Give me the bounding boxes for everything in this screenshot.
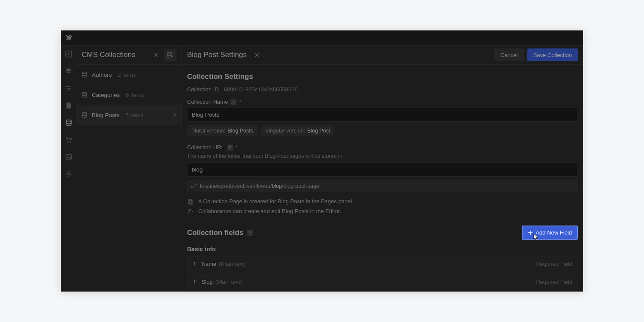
- cms-icon[interactable]: [61, 114, 76, 131]
- url-preview: kristineisprettycool.webflow.io/blog/blo…: [187, 180, 578, 192]
- collection-id-label: Collection ID: [187, 86, 219, 93]
- field-row-name[interactable]: T Name (Plain text) Required Field: [187, 256, 578, 271]
- page-copy-icon: [187, 199, 194, 205]
- add-new-field-button[interactable]: Add New Field: [522, 226, 578, 240]
- collection-item-count: 2 items: [118, 72, 136, 78]
- close-icon[interactable]: [251, 49, 263, 61]
- webflow-logo-icon[interactable]: [61, 30, 76, 45]
- info-collab-line: Collaborators can create and edit Blog P…: [187, 208, 578, 214]
- add-new-field-label: Add New Field: [535, 229, 572, 236]
- basic-info-heading: Basic info: [187, 246, 578, 253]
- collection-item-count: 6 items: [126, 92, 144, 98]
- collection-item-authors[interactable]: Authors 2 items: [76, 65, 181, 85]
- new-collection-icon[interactable]: [164, 49, 176, 61]
- url-preview-prefix: kristineisprettycool.webflow.io/: [200, 183, 272, 189]
- plural-version-label: Plural version:: [191, 128, 225, 134]
- text-type-icon: T: [193, 260, 197, 267]
- plus-icon: [528, 230, 533, 235]
- collection-item-count: 7 items: [126, 112, 144, 118]
- svg-point-7: [167, 52, 172, 54]
- collection-item-label: Authors: [92, 72, 112, 78]
- plural-version-chip: Plural version: Blog Posts: [187, 125, 257, 136]
- topbar: [61, 30, 583, 45]
- field-required-badge: Required Field: [536, 261, 572, 267]
- assets-icon[interactable]: [61, 148, 76, 166]
- collection-item-label: Categories: [92, 92, 120, 98]
- database-icon: [82, 72, 88, 78]
- collection-item-label: Blog Posts: [92, 112, 120, 118]
- collaborator-icon: [187, 208, 194, 214]
- svg-point-11: [189, 209, 190, 211]
- settings-body: Collection Settings Collection ID 609b10…: [182, 65, 583, 292]
- database-icon: [82, 92, 88, 98]
- svg-point-6: [68, 173, 70, 175]
- close-icon[interactable]: [150, 49, 162, 61]
- collection-name-label: Collection Name: [187, 99, 228, 105]
- info-page-line: A Collection Page is created for Blog Po…: [187, 198, 578, 205]
- text-type-icon: T: [193, 278, 197, 285]
- collections-panel-title: CMS Collections: [82, 51, 150, 59]
- svg-rect-4: [66, 155, 72, 159]
- settings-icon[interactable]: [61, 166, 76, 183]
- cancel-button[interactable]: Cancel: [494, 48, 523, 61]
- singular-version-value: Blog Post: [307, 128, 330, 134]
- help-icon[interactable]: ?: [227, 144, 233, 150]
- collections-panel: CMS Collections Authors 2 items: [76, 45, 182, 292]
- required-star: *: [236, 144, 238, 150]
- navigator-icon[interactable]: [61, 63, 76, 80]
- database-icon: [82, 112, 88, 118]
- singular-version-chip: Singular version: Blog Post: [261, 125, 335, 136]
- field-required-badge: Required Field: [536, 279, 572, 285]
- section-heading-collection-settings: Collection Settings: [187, 72, 578, 81]
- ecommerce-icon[interactable]: [61, 131, 76, 148]
- svg-point-2: [67, 142, 68, 143]
- field-type: (Plain text): [219, 261, 245, 267]
- svg-point-9: [82, 92, 87, 94]
- field-type: (Plain text): [215, 279, 242, 285]
- svg-point-1: [66, 120, 71, 122]
- field-name: Slug: [202, 279, 213, 285]
- collection-id-row: Collection ID 609b101837c1342c56558626: [187, 86, 578, 93]
- link-icon: [191, 184, 197, 189]
- pages-icon[interactable]: [61, 97, 76, 114]
- settings-panel: Blog Post Settings Cancel Save Collectio…: [182, 45, 583, 292]
- field-row-slug[interactable]: T Slug (Plain text) Required Field: [187, 274, 578, 289]
- help-icon[interactable]: ?: [230, 99, 236, 105]
- url-preview-suffix: /blog-post-page: [282, 183, 319, 189]
- svg-point-5: [67, 156, 68, 156]
- collection-name-label-row: Collection Name ? *: [187, 99, 578, 105]
- version-row: Plural version: Blog Posts Singular vers…: [187, 125, 578, 136]
- collection-item-blog-posts[interactable]: Blog Posts 7 items: [76, 105, 181, 125]
- collection-item-categories[interactable]: Categories 6 items: [76, 85, 181, 105]
- settings-title: Blog Post Settings: [187, 51, 247, 59]
- style-icon[interactable]: [61, 80, 76, 97]
- tool-rail: [61, 45, 76, 292]
- main-row: CMS Collections Authors 2 items: [61, 45, 583, 292]
- info-page-text: A Collection Page is created for Blog Po…: [198, 198, 354, 205]
- collection-id-value: 609b101837c1342c56558626: [224, 86, 298, 93]
- svg-point-10: [82, 112, 87, 114]
- plural-version-value: Blog Posts: [227, 128, 253, 134]
- chevron-right-icon: [173, 112, 176, 117]
- section-heading-collection-fields: Collection fields: [187, 229, 243, 237]
- fields-header: Collection fields ? Add New Field: [187, 226, 578, 240]
- field-name: Name: [202, 261, 217, 267]
- info-collab-text: Collaborators can create and edit Blog P…: [198, 208, 341, 214]
- url-preview-mid: blog: [272, 183, 282, 189]
- collection-url-label-row: Collection URL ? *: [187, 144, 578, 150]
- help-icon[interactable]: ?: [247, 230, 253, 236]
- singular-version-label: Singular version:: [265, 128, 305, 134]
- collection-url-desc: The name of the folder that your Blog Po…: [187, 153, 578, 159]
- collection-url-input[interactable]: [187, 163, 578, 177]
- collection-name-input[interactable]: [187, 108, 578, 122]
- settings-header: Blog Post Settings Cancel Save Collectio…: [182, 45, 583, 65]
- required-star: *: [239, 99, 241, 105]
- add-element-icon[interactable]: [61, 45, 76, 63]
- svg-point-3: [70, 142, 71, 143]
- save-collection-button[interactable]: Save Collection: [527, 48, 578, 61]
- collections-panel-header: CMS Collections: [76, 45, 181, 65]
- svg-point-8: [82, 72, 87, 74]
- collection-url-label: Collection URL: [187, 144, 224, 150]
- app-frame: CMS Collections Authors 2 items: [61, 30, 583, 292]
